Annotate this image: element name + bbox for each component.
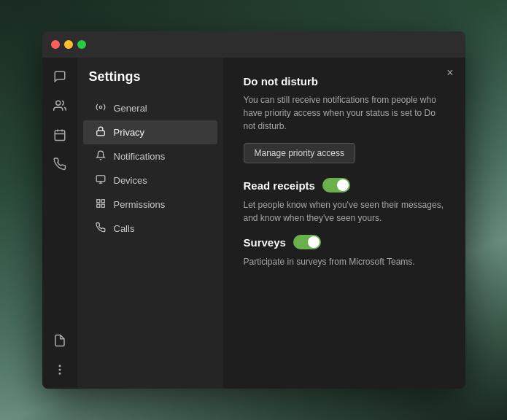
svg-rect-1 — [55, 131, 65, 141]
settings-window: Settings General Privacy Notifications — [42, 31, 465, 389]
sidebar-item-notifications[interactable]: Notifications — [83, 144, 217, 168]
sidebar-title: Settings — [77, 69, 223, 96]
svg-rect-13 — [96, 200, 99, 203]
maximize-traffic-light[interactable] — [77, 40, 86, 49]
calls-rail-icon[interactable] — [47, 151, 73, 177]
calendar-icon[interactable] — [47, 122, 73, 148]
svg-rect-9 — [96, 131, 104, 135]
surveys-desc: Participate in surveys from Microsoft Te… — [244, 255, 445, 268]
svg-point-0 — [55, 101, 60, 105]
read-receipts-section: Read receipts Let people know when you'v… — [244, 178, 445, 225]
general-icon — [95, 102, 107, 114]
sidebar: Settings General Privacy Notifications — [77, 58, 223, 389]
privacy-icon — [95, 126, 107, 139]
read-receipts-toggle-row: Read receipts — [244, 178, 445, 192]
team-icon[interactable] — [47, 93, 73, 119]
sidebar-item-devices-label: Devices — [114, 175, 147, 186]
read-receipts-title: Read receipts — [244, 179, 315, 192]
sidebar-item-permissions-label: Permissions — [114, 199, 166, 210]
do-not-disturb-section: Do not disturb You can still receive not… — [244, 75, 445, 178]
sidebar-item-privacy-label: Privacy — [114, 127, 145, 138]
read-receipts-desc: Let people know when you've seen their m… — [244, 198, 445, 225]
close-traffic-light[interactable] — [51, 40, 60, 49]
svg-rect-16 — [96, 204, 99, 207]
svg-point-5 — [59, 365, 61, 367]
devices-icon — [95, 174, 107, 187]
sidebar-item-calls-label: Calls — [114, 223, 135, 234]
minimize-traffic-light[interactable] — [64, 40, 73, 49]
sidebar-item-devices[interactable]: Devices — [83, 168, 217, 192]
svg-rect-14 — [101, 200, 104, 203]
manage-priority-button[interactable]: Manage priority access — [244, 143, 355, 163]
svg-rect-15 — [101, 204, 104, 207]
surveys-section: Surveys Participate in surveys from Micr… — [244, 235, 445, 268]
sidebar-item-calls[interactable]: Calls — [83, 217, 217, 241]
sidebar-item-general[interactable]: General — [83, 96, 217, 120]
files-rail-icon[interactable] — [47, 327, 73, 354]
traffic-lights — [51, 40, 86, 49]
do-not-disturb-title: Do not disturb — [244, 75, 445, 88]
more-rail-icon[interactable] — [47, 357, 73, 383]
svg-point-6 — [59, 369, 61, 370]
sidebar-item-privacy[interactable]: Privacy — [83, 120, 217, 144]
sidebar-item-permissions[interactable]: Permissions — [83, 192, 217, 217]
calls-icon — [95, 222, 107, 235]
surveys-title: Surveys — [244, 236, 286, 249]
svg-point-8 — [99, 106, 102, 109]
close-button[interactable]: × — [446, 66, 453, 79]
title-bar — [42, 31, 465, 58]
window-body: Settings General Privacy Notifications — [42, 58, 465, 389]
chat-icon[interactable] — [47, 63, 73, 90]
surveys-toggle-row: Surveys — [244, 235, 445, 249]
main-content: × Do not disturb You can still receive n… — [223, 58, 465, 389]
read-receipts-toggle[interactable] — [322, 178, 350, 192]
surveys-toggle[interactable] — [293, 235, 321, 249]
svg-rect-10 — [96, 176, 105, 182]
do-not-disturb-desc: You can still receive notifications from… — [244, 93, 445, 133]
notifications-icon — [95, 150, 107, 163]
svg-point-7 — [59, 373, 61, 375]
sidebar-item-general-label: General — [114, 103, 147, 114]
icon-rail — [42, 58, 77, 389]
permissions-icon — [95, 198, 107, 211]
sidebar-item-notifications-label: Notifications — [114, 151, 166, 162]
